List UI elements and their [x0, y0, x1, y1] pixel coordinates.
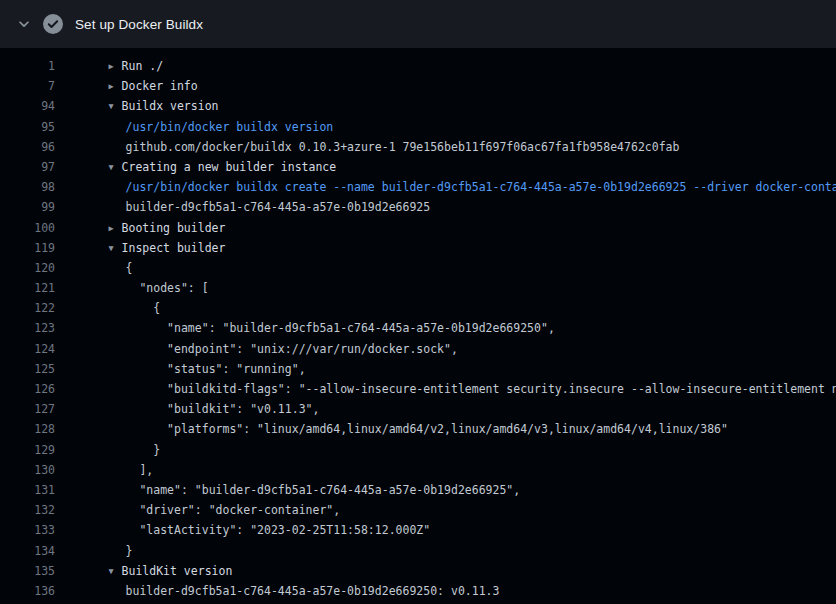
line-number[interactable]: 129: [0, 440, 55, 460]
line-number[interactable]: 133: [0, 520, 55, 540]
line-number[interactable]: 97: [0, 157, 55, 177]
check-circle-icon: [43, 14, 63, 34]
log-line: 136 builder-d9cfb5a1-c764-445a-a57e-0b19…: [0, 581, 836, 601]
line-number[interactable]: 121: [0, 278, 55, 298]
step-title: Set up Docker Buildx: [75, 17, 203, 32]
line-number[interactable]: 1: [0, 56, 55, 76]
line-number[interactable]: 122: [0, 298, 55, 318]
line-number[interactable]: 94: [0, 96, 55, 116]
line-number[interactable]: 136: [0, 581, 55, 601]
line-number[interactable]: 131: [0, 480, 55, 500]
line-number[interactable]: 100: [0, 218, 55, 238]
line-number[interactable]: 134: [0, 541, 55, 561]
log-text: "lastActivity": "2023-02-25T11:58:12.000…: [126, 523, 431, 537]
line-number[interactable]: 95: [0, 117, 55, 137]
line-number[interactable]: 130: [0, 460, 55, 480]
line-number[interactable]: 7: [0, 76, 55, 96]
line-number[interactable]: 119: [0, 238, 55, 258]
log-text: "platforms": "linux/amd64,linux/amd64/v2…: [126, 422, 728, 436]
line-number[interactable]: 120: [0, 258, 55, 278]
line-number[interactable]: 124: [0, 339, 55, 359]
line-number[interactable]: 128: [0, 419, 55, 439]
line-number[interactable]: 96: [0, 137, 55, 157]
line-number[interactable]: 98: [0, 177, 55, 197]
line-number[interactable]: 126: [0, 379, 55, 399]
log-text: builder-d9cfb5a1-c764-445a-a57e-0b19d2e6…: [126, 584, 500, 598]
line-number[interactable]: 127: [0, 399, 55, 419]
line-number[interactable]: 123: [0, 318, 55, 338]
line-number[interactable]: 135: [0, 561, 55, 581]
line-number[interactable]: 125: [0, 359, 55, 379]
log-lines: 1 ▶Run ./ 7 ▶Docker info 94 ▼Buildx vers…: [0, 48, 836, 601]
chevron-down-icon[interactable]: [16, 16, 32, 32]
line-number[interactable]: 99: [0, 197, 55, 217]
line-number[interactable]: 132: [0, 500, 55, 520]
log-text: Inspect builder: [122, 241, 226, 255]
